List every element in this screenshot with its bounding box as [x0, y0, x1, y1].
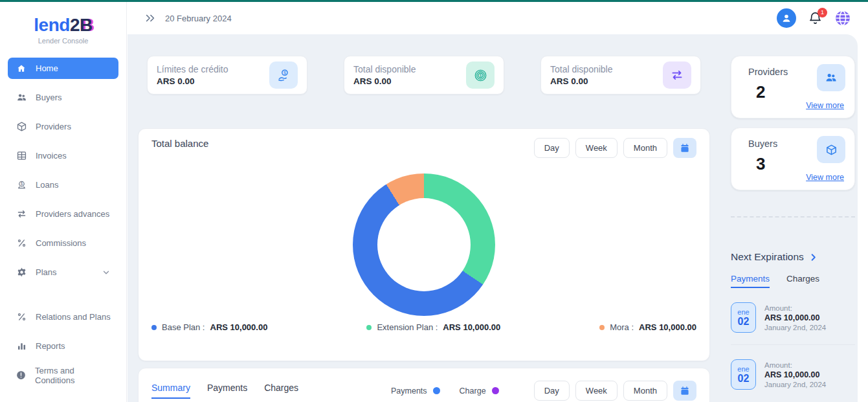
sidebar-item-home[interactable]: Home — [8, 58, 118, 79]
providers-stat-card: Providers 2 View more — [731, 56, 855, 118]
globe-icon — [834, 10, 851, 27]
sidebar-item-invoices[interactable]: Invoices — [8, 145, 118, 166]
topbar: 20 February 2024 1 — [128, 2, 868, 34]
tab-payments[interactable]: Payments — [731, 274, 770, 288]
info-icon — [16, 370, 27, 381]
svg-text:$: $ — [479, 73, 482, 77]
balance-range-buttons: Day Week Month — [534, 138, 696, 158]
view-more-link[interactable]: View more — [806, 101, 844, 110]
calendar-button[interactable] — [673, 138, 696, 158]
legend-dot-icon — [151, 325, 157, 330]
series-legend-charge: Charge — [460, 386, 499, 396]
svg-text:$: $ — [283, 70, 285, 75]
total-available-card-2: Total disponible ARS 0.00 — [540, 56, 701, 95]
calendar-button[interactable] — [673, 381, 696, 401]
calendar-icon — [680, 386, 690, 396]
sidebar-item-providers[interactable]: Providers — [8, 116, 118, 137]
legend-label: Payments — [391, 386, 427, 396]
legend-dot-icon — [366, 325, 372, 330]
payments-dot-icon — [433, 387, 440, 394]
legend-value: ARS 10,000.00 — [210, 322, 268, 332]
balance-legend-item: Extension Plan : ARS 10,000.00 — [366, 322, 500, 332]
language-button[interactable] — [834, 10, 851, 27]
expiration-date: January 2nd, 2024 — [764, 324, 826, 331]
sidebar-item-label: Relations and Plans — [36, 312, 111, 322]
logo-part-lend: lend — [34, 15, 70, 35]
sidebar-item-relations-and-plans[interactable]: Relations and Plans — [8, 306, 118, 328]
expiration-item[interactable]: ene 02 Amount: ARS 10,000.00 January 2nd… — [731, 359, 855, 390]
sidebar-item-label: Plans — [36, 267, 57, 277]
gear-icon — [16, 267, 27, 278]
sidebar-item-label: Invoices — [36, 151, 67, 161]
month-button[interactable]: Month — [623, 138, 667, 158]
svg-text:$: $ — [20, 181, 23, 186]
tab-charges[interactable]: Charges — [264, 383, 298, 399]
users-icon — [817, 64, 845, 91]
card-value: ARS 0.00 — [157, 76, 228, 86]
next-expirations-title[interactable]: Next Expirations — [731, 251, 855, 263]
home-icon — [16, 63, 27, 74]
coin-icon: $ — [16, 179, 27, 190]
hand-coin-icon: $ — [269, 61, 298, 89]
card-value: ARS 0.00 — [353, 76, 416, 86]
topbar-date: 20 February 2024 — [165, 14, 232, 23]
app-logo: lend2B — [0, 15, 126, 36]
user-avatar[interactable] — [777, 8, 796, 28]
person-icon — [781, 12, 792, 24]
buyers-stat-card: Buyers 3 View more — [731, 128, 855, 190]
day-button[interactable]: Day — [534, 138, 570, 158]
series-legend: Payments Charge — [391, 386, 499, 396]
tab-summary[interactable]: Summary — [151, 383, 190, 399]
notification-badge: 1 — [818, 8, 827, 17]
sidebar-item-buyers[interactable]: Buyers — [8, 87, 118, 108]
week-button[interactable]: Week — [575, 381, 618, 401]
card-label: Total disponible — [550, 64, 613, 74]
tab-payments[interactable]: Payments — [207, 383, 247, 399]
sidebar-item-terms-and-conditions[interactable]: Terms and Conditions — [8, 364, 118, 386]
notifications-button[interactable]: 1 — [808, 11, 823, 26]
sidebar-item-reports[interactable]: Reports — [8, 335, 118, 357]
sidebar-item-label: Commissions — [36, 238, 86, 248]
badge-month: ene — [737, 308, 749, 316]
users-icon — [16, 92, 27, 103]
next-expirations-label: Next Expirations — [731, 251, 804, 263]
badge-month: ene — [737, 365, 749, 373]
balance-legend-item: Mora : ARS 10,000.00 — [599, 322, 696, 332]
sidebar-item-plans[interactable]: Plans — [8, 262, 118, 283]
legend-label: Extension Plan : — [377, 322, 438, 332]
balance-legend-item: Base Plan : ARS 10,000.00 — [151, 322, 267, 332]
sidebar-item-commissions[interactable]: Commissions — [8, 232, 118, 254]
month-button[interactable]: Month — [623, 381, 667, 401]
coins-icon: $ — [466, 61, 495, 89]
balance-legend: Base Plan : ARS 10,000.00 Extension Plan… — [151, 322, 696, 332]
balance-card-title: Total balance — [151, 138, 208, 149]
transfer-icon — [16, 208, 27, 219]
sidebar-item-label: Loans — [36, 180, 58, 190]
day-button[interactable]: Day — [534, 381, 570, 401]
card-value: ARS 0.00 — [550, 76, 613, 86]
percent-icon — [16, 238, 27, 249]
view-more-link[interactable]: View more — [806, 173, 844, 182]
sidebar-item-label: Home — [36, 63, 58, 73]
charge-dot-icon — [492, 387, 499, 394]
legend-value: ARS 10,000.00 — [443, 322, 500, 332]
sidebar-item-label: Terms and Conditions — [35, 366, 111, 385]
legend-label: Base Plan : — [162, 322, 205, 332]
logo-part-b: B — [80, 15, 93, 35]
legend-label: Mora : — [610, 322, 634, 332]
content-area: Límites de crédito ARS 0.00 $ Total disp… — [128, 34, 858, 402]
amount-label: Amount: — [764, 304, 826, 312]
week-button[interactable]: Week — [575, 138, 618, 158]
sidebar-item-label: Reports — [36, 341, 65, 351]
amount-value: ARS 10,000.00 — [764, 313, 826, 322]
expiration-item[interactable]: ene 02 Amount: ARS 10,000.00 January 2nd… — [731, 302, 855, 333]
card-label: Total disponible — [353, 64, 416, 74]
tab-charges[interactable]: Charges — [786, 274, 819, 288]
double-chevron-right-icon[interactable] — [144, 12, 156, 24]
sidebar-item-loans[interactable]: $ Loans — [8, 174, 118, 195]
expirations-tabs: Payments Charges — [731, 274, 855, 288]
sidebar-nav: Home Buyers Providers Invoices $ Loans P… — [0, 58, 126, 386]
sidebar-item-providers-advances[interactable]: Providers advances — [8, 203, 118, 225]
cube-icon — [817, 136, 845, 163]
sidebar-item-label: Buyers — [36, 93, 61, 102]
